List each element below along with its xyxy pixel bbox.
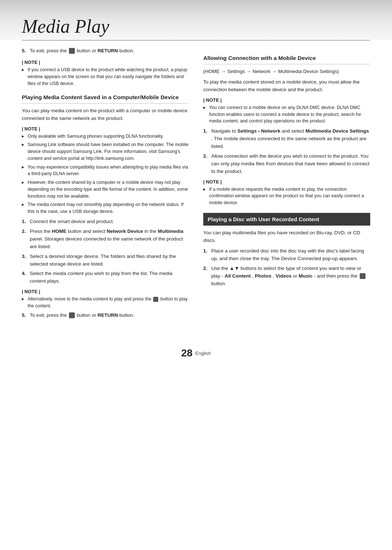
note5-item-1: If a mobile device requests the media co… [203,186,370,206]
step5-top: 5. To exit, press the button or RETURN b… [22,48,189,54]
section2-line [203,64,370,64]
note3-label: | NOTE | [22,289,189,294]
right-column: Allowing Connection with a Mobile Device… [203,48,370,322]
left-column: 5. To exit, press the button or RETURN b… [22,48,189,322]
section3-heading: Playing a Disc with User Recorded Conten… [208,216,366,223]
header-bg: Media Play [0,0,392,40]
section3-highlight: Playing a Disc with User Recorded Conten… [203,213,370,226]
page-language: English [195,351,211,356]
section1-body: You can play media content on the produc… [22,107,189,122]
note2-label: | NOTE | [22,126,189,132]
step5b-text: To exit, press the button or RETURN butt… [30,312,134,318]
step-2: 2. Press the HOME button and select Netw… [22,228,189,251]
stop-button-icon [69,48,75,54]
step2-2: 2. Allow connection with the device you … [203,153,370,175]
note3-item-1: Alternatively, move to the media content… [22,296,189,310]
note2-item-3: You may experience compatibility issues … [22,164,189,178]
stop-button-icon-2 [69,312,75,318]
note1-label: | NOTE | [22,60,189,65]
section1-line [22,103,189,104]
page-footer: 28 English [0,347,392,359]
section3-body: You can play multimedia files you have r… [203,229,370,244]
step-1: 1. Connect the smart device and product. [22,218,189,226]
page-title: Media Play [22,16,109,37]
note4-item-1: You can connect to a mobile device on an… [203,104,370,125]
note2-list: Only available with Samsung phones suppo… [22,133,189,215]
note1: | NOTE | If you connect a USB device to … [22,60,189,87]
note2-item-5: The media content may not smoothly play … [22,201,189,215]
step5-text: To exit, press the button or RETURN butt… [30,48,134,53]
note4-list: You can connect to a mobile device on an… [203,104,370,125]
note2-item-1: Only available with Samsung phones suppo… [22,133,189,140]
section1-heading: Playing Media Content Saved in a Compute… [22,94,189,101]
step5b: 5. To exit, press the button or RETURN b… [22,312,189,318]
step5b-num: 5. [22,312,26,318]
note1-list: If you connect a USB device to the produ… [22,66,189,87]
play-button-icon [153,297,158,302]
enter-button-icon [360,273,366,279]
section2-body2: To play the media content stored on a mo… [203,78,370,94]
page-number: 28 [181,347,192,359]
note4-label: | NOTE | [203,97,370,103]
section2-body1: (HOME → Settings → Network → Multimedia … [203,68,370,76]
step5-num: 5. [22,48,26,53]
section2-heading: Allowing Connection with a Mobile Device [203,54,370,62]
note3-list: Alternatively, move to the media content… [22,296,189,310]
step-3: 3. Select a desired storage device. The … [22,253,189,268]
note2-item-2: Samsung Link software should have been i… [22,141,189,162]
steps3-list: 1. Place a user recorded disc into the d… [203,247,370,288]
note5-list: If a mobile device requests the media co… [203,186,370,206]
steps-list: 1. Connect the smart device and product.… [22,218,189,285]
page: Media Play 5. To exit, press the button … [0,0,392,550]
main-content: 5. To exit, press the button or RETURN b… [0,41,392,336]
step3-1: 1. Place a user recorded disc into the d… [203,247,370,263]
step3-2: 2. Use the ▲▼ buttons to select the type… [203,265,370,288]
steps2-list: 1. Navigate to Settings › Network and se… [203,128,370,175]
note1-item-1: If you connect a USB device to the produ… [22,66,189,87]
step2-1: 1. Navigate to Settings › Network and se… [203,128,370,150]
step-4: 4. Select the media content you wish to … [22,270,189,285]
note2-item-4: However, the content shared by a compute… [22,179,189,199]
note5-label: | NOTE | [203,179,370,185]
